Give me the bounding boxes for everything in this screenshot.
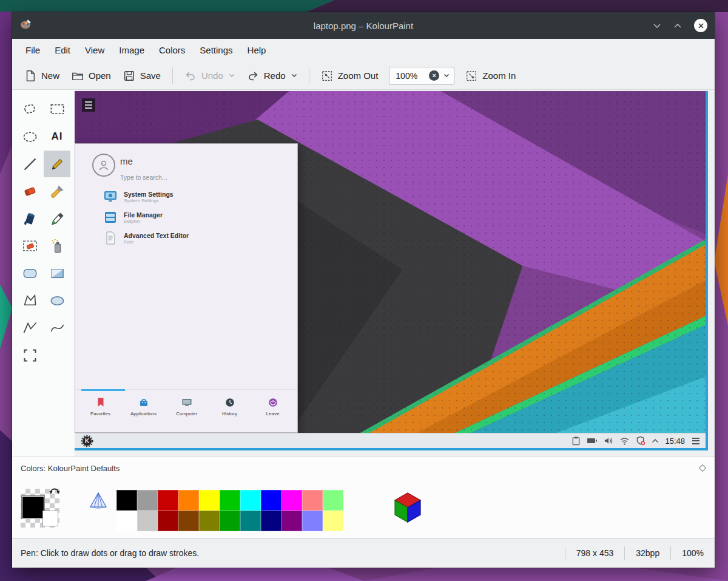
status-zoom: 100% (671, 548, 706, 558)
tool-connected-lines[interactable] (16, 314, 43, 341)
canvas[interactable]: me Type to search... System Settings (75, 91, 706, 448)
colors-dock: Colors: KolourPaint Defaults (12, 457, 715, 538)
tool-eraser[interactable] (16, 178, 43, 205)
save-button[interactable]: Save (117, 66, 167, 86)
tool-selection-free-form[interactable] (16, 96, 43, 123)
toolbar-separator (309, 67, 309, 84)
maximize-button[interactable] (673, 23, 682, 29)
menu-colors[interactable]: Colors (152, 39, 192, 62)
palette-color[interactable] (137, 511, 158, 531)
tool-pen[interactable] (44, 151, 70, 177)
tool-flood-fill[interactable] (16, 205, 43, 232)
tool-selection-elliptical[interactable] (16, 123, 43, 150)
undo-button[interactable]: Undo (178, 66, 241, 86)
statusbar: Pen: Click to draw dots or drag to draw … (12, 538, 715, 568)
color-similarity-cube-icon[interactable] (391, 491, 424, 526)
palette-color[interactable] (137, 490, 158, 511)
tool-spraycan[interactable] (44, 233, 70, 259)
menu-image[interactable]: Image (112, 39, 152, 62)
image-launcher-panel: me Type to search... System Settings (75, 143, 298, 433)
tool-rounded-rectangle[interactable] (16, 260, 43, 287)
zoom-combobox[interactable]: 100% × (389, 67, 454, 85)
close-button[interactable] (694, 19, 707, 32)
new-button[interactable]: New (18, 66, 66, 86)
kde-launcher-icon: K (81, 435, 93, 447)
palette-color[interactable] (199, 511, 220, 531)
tool-curve[interactable] (44, 314, 70, 341)
palette-color[interactable] (158, 490, 178, 511)
image-taskbar: K (75, 433, 706, 448)
image-tab-history: History (208, 397, 251, 416)
tool-polygon[interactable] (16, 287, 43, 314)
menu-help[interactable]: Help (240, 39, 274, 62)
palette-color[interactable] (199, 490, 220, 511)
palette-color[interactable] (302, 511, 323, 531)
image-search-placeholder: Type to search... (120, 174, 167, 181)
clear-zoom-icon[interactable]: × (429, 70, 439, 81)
redo-icon (247, 70, 259, 82)
shade-button[interactable] (653, 23, 661, 29)
palette-color[interactable] (281, 511, 302, 531)
applications-icon (138, 397, 149, 408)
file-manager-icon (103, 210, 118, 225)
image-app-row: File Manager Dolphin (103, 209, 189, 225)
palette-color[interactable] (240, 490, 261, 511)
tool-brush[interactable] (44, 178, 70, 205)
zoom-in-button[interactable]: Zoom In (459, 66, 522, 86)
palette-color[interactable] (220, 511, 240, 531)
canvas-border-bottom[interactable] (75, 448, 708, 450)
menu-file[interactable]: File (18, 39, 47, 62)
palette-color[interactable] (116, 511, 137, 531)
undo-history-chevron[interactable] (229, 73, 235, 78)
open-button[interactable]: Open (66, 66, 117, 86)
toolbar-separator (172, 67, 173, 84)
tool-text[interactable]: AI (44, 123, 70, 150)
dock-float-icon[interactable] (699, 464, 706, 472)
palette-color[interactable] (116, 490, 137, 511)
image-tab-favorites: Favorites (79, 397, 122, 416)
tool-selection-rectangular[interactable] (44, 96, 70, 123)
volume-icon (604, 437, 613, 445)
image-launcher-tabbar: Favorites Applications (75, 389, 297, 432)
window-title: laptop.png – KolourPaint (12, 21, 715, 31)
tool-zoom[interactable] (16, 342, 43, 369)
tool-ellipse[interactable] (44, 287, 70, 314)
status-color-depth: 32bpp (625, 548, 670, 558)
swap-colors-icon[interactable] (49, 486, 61, 497)
background-swatch[interactable] (42, 511, 58, 526)
palette-color[interactable] (158, 511, 178, 531)
tool-color-eraser[interactable] (16, 233, 43, 259)
palette-color[interactable] (240, 511, 261, 531)
canvas-border-right[interactable] (706, 91, 708, 450)
palette-color[interactable] (302, 490, 323, 511)
tool-color-picker[interactable] (44, 205, 70, 232)
foreground-background-swatch[interactable] (21, 489, 59, 528)
clipboard-icon (571, 436, 581, 446)
zoom-out-button[interactable]: Zoom Out (315, 66, 385, 86)
image-user-name: me (120, 156, 133, 166)
menu-edit[interactable]: Edit (47, 39, 78, 62)
palette-color[interactable] (323, 490, 343, 511)
palette-color[interactable] (323, 511, 343, 531)
palette-color[interactable] (261, 511, 281, 531)
tool-rectangle[interactable] (44, 260, 70, 287)
security-shield-icon (636, 436, 645, 446)
image-app-list: System Settings System Settings (103, 189, 189, 246)
tool-line[interactable] (16, 151, 43, 177)
image-clock: 15:48 (665, 437, 685, 446)
kolourpaint-window: laptop.png – KolourPaint File Edit View … (12, 12, 715, 568)
palette-color[interactable] (220, 490, 240, 511)
menu-view[interactable]: View (78, 39, 112, 62)
redo-button[interactable]: Redo (241, 66, 303, 86)
color-similarity-prism-icon[interactable] (89, 491, 108, 512)
palette-color[interactable] (178, 511, 199, 531)
palette-color[interactable] (261, 490, 281, 511)
foreground-swatch[interactable] (22, 496, 44, 518)
color-palette (116, 490, 343, 531)
zoom-out-icon (321, 70, 333, 82)
palette-color[interactable] (178, 490, 199, 511)
titlebar[interactable]: laptop.png – KolourPaint (12, 12, 715, 39)
redo-history-chevron[interactable] (291, 73, 297, 78)
menu-settings[interactable]: Settings (192, 39, 240, 62)
palette-color[interactable] (281, 490, 302, 511)
